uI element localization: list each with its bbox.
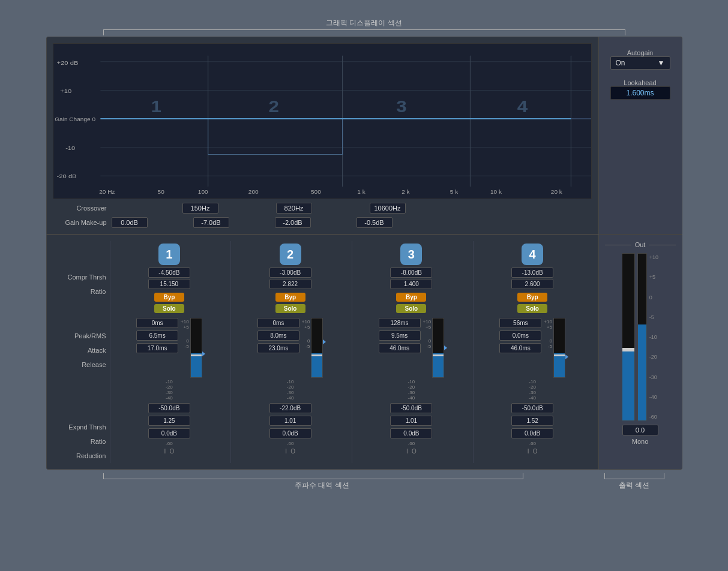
graphic-section-label: 그래픽 디스플레이 섹션 bbox=[46, 18, 682, 28]
band-3-peak-rms[interactable]: 128ms bbox=[379, 318, 421, 328]
band-4-solo-button[interactable]: Solo bbox=[517, 304, 547, 313]
crossover-3[interactable]: 10600Hz bbox=[370, 203, 406, 214]
band-1-reduction[interactable]: 0.0dB bbox=[148, 428, 190, 438]
band-4-exp-ratio[interactable]: 1.52 bbox=[511, 416, 553, 426]
band-2-io: IO bbox=[285, 448, 295, 455]
autogain-label: Autogain bbox=[610, 49, 670, 56]
peak-rms-label: Peak/RMS bbox=[53, 329, 110, 343]
crossover-1[interactable]: 150Hz bbox=[182, 203, 218, 214]
gainmakeup-1[interactable]: 0.0dB bbox=[112, 217, 148, 228]
svg-text:+20 dB: +20 dB bbox=[56, 59, 78, 65]
svg-text:200: 200 bbox=[248, 189, 258, 195]
band-3-exp-ratio[interactable]: 1.01 bbox=[390, 416, 432, 426]
band-1-expnd-thrsh[interactable]: -50.0dB bbox=[148, 403, 190, 413]
band-3-attack[interactable]: 9.5ms bbox=[379, 330, 421, 341]
band-3-expnd-thrsh[interactable]: -50.0dB bbox=[390, 403, 432, 413]
band-3-reduction[interactable]: 0.0dB bbox=[390, 428, 432, 438]
release-label: Release bbox=[53, 357, 110, 372]
band-4-byp-button[interactable]: Byp bbox=[517, 293, 547, 302]
graphic-display-section: 1 2 3 4 +20 dB +10 Gain Change 0 -10 -20… bbox=[46, 37, 598, 235]
svg-text:100: 100 bbox=[197, 189, 208, 195]
reduction-label: Reduction bbox=[53, 449, 110, 463]
band-2-solo-button[interactable]: Solo bbox=[275, 304, 305, 313]
band-2-exp-ratio[interactable]: 1.01 bbox=[269, 416, 311, 426]
band-4-release[interactable]: 46.0ms bbox=[499, 343, 541, 353]
band-4-ratio[interactable]: 2.600 bbox=[511, 279, 553, 289]
output-value[interactable]: 0.0 bbox=[622, 425, 658, 435]
band-1-solo-button[interactable]: Solo bbox=[154, 304, 184, 313]
svg-text:20 k: 20 k bbox=[550, 189, 562, 195]
expnd-thrsh-label: Expnd Thrsh bbox=[53, 420, 110, 434]
crossover-label: Crossover bbox=[53, 205, 107, 212]
svg-text:3: 3 bbox=[396, 97, 406, 116]
band-2-peak-rms[interactable]: 0ms bbox=[257, 318, 299, 328]
band-3-button[interactable]: 3 bbox=[400, 244, 422, 265]
output-meter-scale: +10 +5 0 -5 -10 -20 -30 -40 -60 bbox=[649, 253, 658, 421]
bands-section: Compr Thrsh Ratio Peak/RMS Attack Releas… bbox=[46, 235, 598, 470]
band-2-attack[interactable]: 8.0ms bbox=[257, 330, 299, 341]
gainmakeup-label: Gain Make-up bbox=[53, 219, 107, 226]
gainmakeup-3[interactable]: -2.0dB bbox=[275, 217, 311, 228]
band-1-byp-button[interactable]: Byp bbox=[154, 293, 184, 302]
band-4-expnd-thrsh[interactable]: -50.0dB bbox=[511, 403, 553, 413]
band-2-button[interactable]: 2 bbox=[280, 244, 301, 265]
band-3-compr-thrsh[interactable]: -8.00dB bbox=[390, 268, 432, 278]
svg-text:1 k: 1 k bbox=[357, 189, 366, 195]
band-4-compr-thrsh[interactable]: -13.0dB bbox=[511, 268, 553, 278]
band-1-io: IO bbox=[164, 448, 175, 455]
svg-text:-20 dB: -20 dB bbox=[56, 173, 76, 179]
band-4-peak-rms[interactable]: 56ms bbox=[499, 318, 541, 328]
svg-text:2: 2 bbox=[268, 97, 278, 116]
crossover-2[interactable]: 820Hz bbox=[276, 203, 312, 214]
gainmakeup-2[interactable]: -7.0dB bbox=[193, 217, 229, 228]
band-1-compr-thrsh[interactable]: -4.50dB bbox=[148, 268, 190, 278]
crossover-row: Crossover 150Hz 820Hz 10600Hz bbox=[53, 203, 592, 214]
band-2-reduction[interactable]: 0.0dB bbox=[269, 428, 311, 438]
svg-text:Gain Change  0: Gain Change 0 bbox=[55, 116, 95, 122]
gainmakeup-row: Gain Make-up 0.0dB -7.0dB -2.0dB -0.5dB bbox=[53, 217, 592, 228]
band-2-ratio[interactable]: 2.822 bbox=[269, 279, 311, 289]
svg-text:5 k: 5 k bbox=[450, 189, 458, 195]
ratio-label-2: Ratio bbox=[53, 434, 110, 449]
band-4-io: IO bbox=[528, 448, 538, 455]
band-1-ratio[interactable]: 15.150 bbox=[148, 279, 190, 289]
band-1-release[interactable]: 17.0ms bbox=[136, 343, 178, 353]
output-vu-meter bbox=[637, 253, 647, 421]
autogain-select[interactable]: On ▼ bbox=[610, 56, 670, 70]
band-1-attack[interactable]: 6.5ms bbox=[136, 330, 178, 341]
svg-text:20 Hz: 20 Hz bbox=[99, 189, 115, 195]
band-3-byp-button[interactable]: Byp bbox=[396, 293, 426, 302]
bands-section-label: 주파수 대역 섹션 bbox=[295, 481, 349, 489]
band-3-io: IO bbox=[406, 448, 417, 455]
band-4-reduction[interactable]: 0.0dB bbox=[511, 428, 553, 438]
band-1-exp-ratio[interactable]: 1.25 bbox=[148, 416, 190, 426]
display-canvas[interactable]: 1 2 3 4 +20 dB +10 Gain Change 0 -10 -20… bbox=[53, 43, 592, 199]
band-3-solo-button[interactable]: Solo bbox=[396, 304, 426, 313]
band-2-compr-thrsh[interactable]: -3.00dB bbox=[269, 268, 311, 278]
svg-text:1: 1 bbox=[151, 97, 161, 116]
svg-text:-10: -10 bbox=[65, 144, 75, 151]
svg-text:10 k: 10 k bbox=[490, 189, 502, 195]
band-2-byp-button[interactable]: Byp bbox=[275, 293, 305, 302]
output-section-label: 출력 섹션 bbox=[619, 481, 649, 489]
band-3-release[interactable]: 46.0ms bbox=[379, 343, 421, 353]
svg-rect-0 bbox=[53, 44, 591, 199]
band-2-expnd-thrsh[interactable]: -22.0dB bbox=[269, 403, 311, 413]
gainmakeup-4[interactable]: -0.5dB bbox=[356, 217, 393, 228]
ratio-label-1: Ratio bbox=[53, 284, 110, 299]
lookahead-value[interactable]: 1.600ms bbox=[610, 86, 670, 100]
svg-text:4: 4 bbox=[517, 97, 528, 116]
band-4-button[interactable]: 4 bbox=[522, 244, 543, 265]
output-meter-container: +10 +5 0 -5 -10 -20 -30 -40 -60 bbox=[622, 253, 658, 421]
attack-label: Attack bbox=[53, 343, 110, 357]
output-fader[interactable] bbox=[622, 253, 635, 421]
band-1-peak-rms[interactable]: 0ms bbox=[136, 318, 178, 328]
compr-thrsh-label: Compr Thrsh bbox=[53, 270, 110, 284]
band-4-attack[interactable]: 0.0ms bbox=[499, 330, 541, 341]
band-2-release[interactable]: 23.0ms bbox=[257, 343, 299, 353]
svg-text:2 k: 2 k bbox=[402, 189, 410, 195]
band-3-ratio[interactable]: 1.400 bbox=[390, 279, 432, 289]
svg-text:+10: +10 bbox=[60, 88, 71, 94]
svg-text:500: 500 bbox=[310, 189, 320, 195]
band-1-button[interactable]: 1 bbox=[158, 244, 180, 265]
